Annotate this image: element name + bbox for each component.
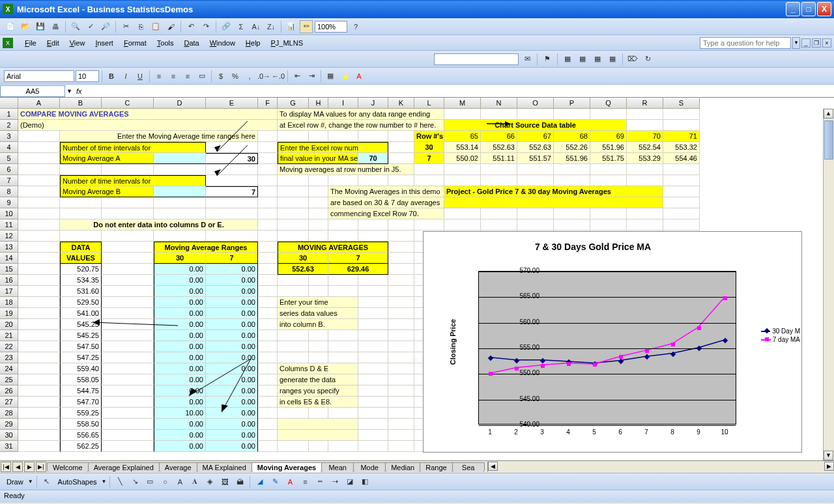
cell[interactable]: 30 <box>206 153 258 164</box>
cell[interactable] <box>102 264 154 275</box>
row-header[interactable]: 31 <box>0 441 18 452</box>
row-header[interactable]: 7 <box>0 175 18 186</box>
cell[interactable] <box>18 374 60 385</box>
embedded-chart[interactable]: 7 & 30 Days Gold Price MA Closing Price … <box>423 231 802 453</box>
hyperlink-icon[interactable]: 🔗 <box>220 20 233 33</box>
cell[interactable]: 554.46 <box>663 153 700 164</box>
cell[interactable] <box>309 408 328 419</box>
cell[interactable]: final value in your MA series <box>278 153 358 164</box>
cell[interactable] <box>278 208 309 219</box>
cell[interactable] <box>18 408 60 419</box>
menu-data[interactable]: Data <box>179 37 204 49</box>
cell[interactable] <box>258 186 278 197</box>
cell[interactable]: VALUES <box>60 253 102 264</box>
table1-icon[interactable]: ▦ <box>561 53 574 66</box>
cell[interactable] <box>388 363 414 374</box>
cell[interactable] <box>414 175 444 186</box>
vertical-scrollbar[interactable]: ▲ ▼ <box>823 109 834 460</box>
cell[interactable]: 7 <box>328 253 388 264</box>
cell[interactable] <box>258 297 278 308</box>
format-painter-icon[interactable]: 🖌 <box>164 20 177 33</box>
cell[interactable] <box>309 175 328 186</box>
save-icon[interactable]: 💾 <box>34 20 47 33</box>
bold-button[interactable]: B <box>105 70 118 83</box>
cell[interactable] <box>18 153 60 164</box>
cell[interactable]: 70 <box>627 131 663 142</box>
cell[interactable]: commencing Excel Row 70. <box>328 208 444 219</box>
cell[interactable] <box>154 208 206 219</box>
row-header[interactable]: 28 <box>0 408 18 419</box>
fill-color-icon[interactable]: ◢ <box>338 70 351 83</box>
cell[interactable] <box>206 231 258 242</box>
cell[interactable] <box>18 297 60 308</box>
picture-icon[interactable]: 🏔 <box>233 475 246 488</box>
cell[interactable] <box>18 142 60 153</box>
table2-icon[interactable]: ▦ <box>576 53 589 66</box>
textbox-icon[interactable]: A <box>173 475 186 488</box>
cell[interactable] <box>388 131 414 142</box>
row-header[interactable]: 29 <box>0 419 18 430</box>
row-header[interactable]: 16 <box>0 275 18 286</box>
cell[interactable]: 551.96 <box>554 153 590 164</box>
cell[interactable] <box>358 419 388 430</box>
mdi-restore-button[interactable]: ❐ <box>812 38 821 48</box>
row-header[interactable]: 5 <box>0 153 18 164</box>
cell[interactable]: 0.00 <box>206 297 258 308</box>
cell[interactable] <box>517 164 554 175</box>
cell[interactable] <box>278 352 309 363</box>
column-header[interactable]: E <box>206 98 258 109</box>
cell[interactable] <box>388 319 414 330</box>
cell[interactable]: 65 <box>444 131 481 142</box>
fill-color2-icon[interactable]: ◢ <box>253 475 266 488</box>
cell[interactable] <box>517 109 554 120</box>
cell[interactable]: 559.25 <box>60 408 102 419</box>
cell[interactable] <box>388 219 414 231</box>
cell[interactable] <box>444 208 481 219</box>
cell[interactable] <box>60 197 102 208</box>
cell[interactable] <box>444 219 481 231</box>
cell[interactable] <box>358 408 388 419</box>
row-header[interactable]: 14 <box>0 253 18 264</box>
copy-icon[interactable]: ⎘ <box>134 20 147 33</box>
cell[interactable] <box>206 197 258 208</box>
cell[interactable]: 10.00 <box>154 408 206 419</box>
cell[interactable]: 553.32 <box>663 142 700 153</box>
3d-icon[interactable]: ◧ <box>358 475 371 488</box>
cell[interactable] <box>388 297 414 308</box>
cell[interactable]: 544.75 <box>60 385 102 397</box>
cell[interactable] <box>102 208 154 219</box>
cell[interactable]: ranges you specify <box>278 385 358 397</box>
menu-pj_mlns[interactable]: PJ_MLNS <box>265 37 308 49</box>
column-header[interactable]: I <box>328 98 358 109</box>
cell[interactable] <box>663 164 700 175</box>
arrow-style-icon[interactable]: ⇢ <box>328 475 341 488</box>
cell[interactable] <box>18 275 60 286</box>
cell[interactable] <box>258 208 278 219</box>
cell[interactable] <box>554 219 590 231</box>
cell[interactable] <box>258 385 278 397</box>
cell[interactable] <box>481 164 517 175</box>
tab-last-button[interactable]: ▶| <box>36 462 46 472</box>
menu-tools[interactable]: Tools <box>152 37 179 49</box>
cell[interactable]: 547.25 <box>60 352 102 363</box>
cell[interactable] <box>258 253 278 264</box>
sheet-tab[interactable]: MA Explained <box>197 462 252 472</box>
cell[interactable]: 0.00 <box>206 286 258 297</box>
cell[interactable] <box>60 231 102 242</box>
column-header[interactable]: P <box>554 98 590 109</box>
help-dropdown-icon[interactable]: ▼ <box>792 37 800 49</box>
tab-prev-button[interactable]: ◀ <box>12 462 23 472</box>
cell[interactable]: 0.00 <box>154 275 206 286</box>
cell[interactable]: generate the data <box>278 374 358 385</box>
cell[interactable]: 70 <box>358 153 388 164</box>
cell[interactable] <box>358 308 388 319</box>
cell[interactable] <box>206 175 258 186</box>
cell[interactable] <box>388 253 414 264</box>
cell[interactable] <box>358 131 388 142</box>
cell[interactable] <box>18 242 60 253</box>
cell[interactable]: 0.00 <box>206 419 258 430</box>
cell[interactable] <box>278 197 309 208</box>
cell[interactable] <box>517 175 554 186</box>
name-box[interactable] <box>0 85 65 97</box>
cell[interactable]: 0.00 <box>206 385 258 397</box>
